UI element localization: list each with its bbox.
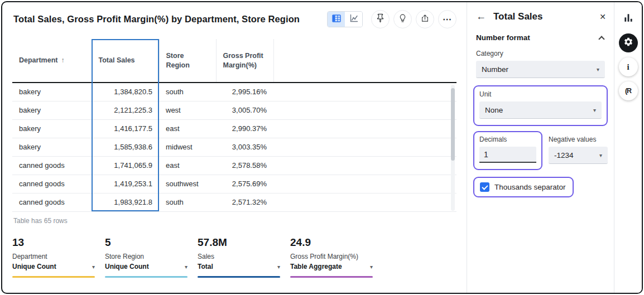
table-row: bakery1,585,938.6midwest3,003.35% [12,138,456,156]
table-row: bakery2,121,225.3west3,005.70% [12,101,456,119]
kpi-value: 5 [105,236,188,249]
kpi-aggregation-dropdown[interactable]: Unique Count ▾ [105,263,188,270]
cell[interactable]: canned goods [12,156,92,175]
cell[interactable]: canned goods [12,193,92,211]
section-title: Number format [476,33,530,42]
cell[interactable]: 1,983,921.8 [92,193,159,211]
kpi-value: 24.9 [290,236,373,249]
table-row: canned goods1,983,921.8south2,571.32% [12,193,456,211]
cell[interactable]: east [159,156,216,175]
decimals-input[interactable] [479,147,536,163]
view-switcher [327,11,363,27]
pin-button[interactable] [371,10,390,28]
column-header-total-sales[interactable]: Total Sales [92,39,159,83]
unit-label: Unit [479,90,602,98]
negative-values-label: Negative values [549,136,608,143]
info-button[interactable]: i [619,57,638,76]
cell[interactable]: bakery [12,119,92,138]
right-toolbar: i (R [614,2,642,293]
pin-icon [376,13,385,25]
cell[interactable]: 1,416,177.5 [92,119,159,138]
share-icon [420,13,430,25]
kpi-value: 57.8M [198,236,280,249]
kpi-store-region: 5 Store Region Unique Count ▾ [105,236,188,278]
cell[interactable]: 2,578.58% [216,156,273,175]
main-area: Total Sales, Gross Profit Margin(%) by D… [2,2,467,293]
chart-view-button[interactable] [345,12,362,27]
thousands-separator-label: Thousands separator [494,183,566,191]
info-icon: i [627,62,629,72]
more-options-button[interactable]: ⋯ [438,10,456,28]
more-options-icon: ⋯ [443,14,452,25]
share-button[interactable] [416,10,434,28]
kpi-gross-profit-margin: 24.9 Gross Profit Margin(%) Table Aggreg… [290,236,373,278]
kpi-aggregation-dropdown[interactable]: Unique Count ▾ [12,263,95,270]
unit-dropdown[interactable]: None ▾ [479,101,602,119]
kpi-label: Gross Profit Margin(%) [290,253,373,260]
table-row: canned goods1,419,253.1southwest2,575.69… [12,175,456,193]
chevron-down-icon: ▾ [277,264,280,270]
insights-button[interactable] [393,10,412,28]
table-scrollbar[interactable] [451,85,455,211]
kpi-aggregation-dropdown[interactable]: Total ▾ [198,263,280,270]
sort-asc-icon: ↑ [61,56,64,64]
kpi-label: Store Region [105,253,188,260]
bar-chart-icon [623,12,634,26]
cell[interactable]: 2,571.32% [216,193,273,211]
cell[interactable]: 1,384,820.5 [92,83,159,101]
cell[interactable]: 1,741,065.9 [92,156,159,175]
cell[interactable]: bakery [12,101,92,119]
cell[interactable]: 3,005.70% [216,101,273,119]
lightbulb-icon [398,13,407,25]
r-logo-icon: (R [625,87,631,95]
cell[interactable]: 3,003.35% [216,138,273,156]
back-icon[interactable]: ← [476,11,486,22]
negative-values-dropdown[interactable]: -1234 ▾ [549,147,608,164]
cell[interactable]: bakery [12,83,92,101]
cell[interactable]: 2,575.69% [216,175,273,193]
cell[interactable]: midwest [159,138,216,156]
chart-properties-button[interactable] [619,9,638,28]
column-header-department[interactable]: Department↑ [12,39,92,83]
cell[interactable]: 1,419,253.1 [92,175,159,193]
cell[interactable]: bakery [12,138,92,156]
column-header-gross-profit-margin[interactable]: Gross Profit Margin(%) [216,39,273,83]
cell[interactable]: west [159,101,216,119]
cell[interactable]: 2,990.37% [216,119,273,138]
category-dropdown[interactable]: Number ▾ [476,61,605,78]
chevron-down-icon: ▾ [370,264,373,270]
chevron-down-icon: ▾ [599,152,602,158]
decimals-highlight-box: Decimals [473,131,542,170]
row-count-note: Table has 65 rows [13,217,68,225]
cell[interactable]: southwest [159,175,216,193]
table-scrollbar-thumb[interactable] [451,88,455,161]
panel-header: ← Total Sales ✕ [467,2,614,27]
cell[interactable]: canned goods [12,175,92,193]
chevron-down-icon: ▾ [597,66,599,72]
kpi-sales: 57.8M Sales Total ▾ [198,236,280,278]
column-header-store-region[interactable]: Store Region [159,39,216,83]
close-icon[interactable]: ✕ [599,12,606,21]
page-title: Total Sales, Gross Profit Margin(%) by D… [13,14,300,25]
table-view-button[interactable] [328,12,345,27]
thousands-separator-checkbox[interactable] [480,182,489,192]
kpi-underline [290,276,373,278]
kpi-underline [198,276,280,278]
table-row: bakery1,416,177.5east2,990.37% [12,119,456,138]
chart-view-icon [349,13,359,26]
kpi-aggregation-dropdown[interactable]: Table Aggregate ▾ [290,263,373,270]
settings-button[interactable] [619,33,638,52]
cell[interactable]: 1,585,938.6 [92,138,159,156]
chevron-up-icon[interactable] [598,36,604,42]
chevron-down-icon: ▾ [593,107,596,113]
chevron-down-icon: ▾ [185,264,188,270]
kpi-label: Sales [198,253,280,260]
cell[interactable]: 2,121,225.3 [92,101,159,119]
cell[interactable]: south [159,83,216,101]
cell[interactable]: east [159,119,216,138]
cell[interactable]: 2,995.16% [216,83,273,101]
r-logo-button[interactable]: (R [619,81,638,100]
app-window: Total Sales, Gross Profit Margin(%) by D… [1,1,643,294]
cell[interactable]: south [159,193,216,211]
answer-toolbar: ⋯ [327,10,456,28]
